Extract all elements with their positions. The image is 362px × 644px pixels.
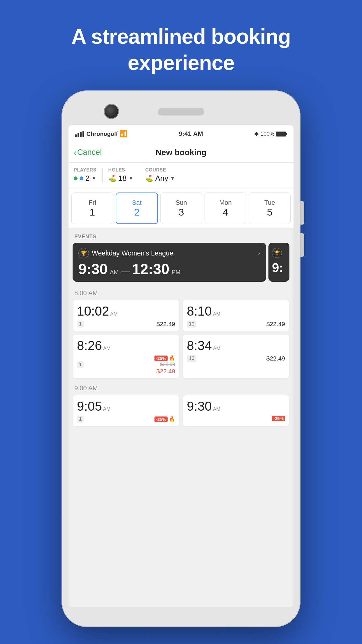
event-start-time: 9:30 (78, 262, 108, 276)
trophy-icon-2: 🏆 (272, 248, 282, 258)
holes-dropdown-icon: ▼ (129, 176, 133, 181)
date-num-3: 4 (223, 206, 228, 218)
date-day-4: Tue (264, 199, 275, 206)
course-dropdown-icon: ▼ (170, 176, 175, 181)
slot-time-810: 8:10 (187, 305, 212, 318)
date-tue[interactable]: Tue 5 (249, 192, 291, 224)
slot-time-905: 9:05 (77, 400, 102, 413)
bluetooth-icon: ✱ (254, 131, 259, 137)
time-group-1-label: 8:00 AM (68, 285, 294, 300)
date-num-4: 5 (267, 206, 273, 218)
chevron-right-icon: › (258, 249, 260, 257)
slot-num-1002: 1 (77, 321, 84, 328)
event-end-period: PM (172, 269, 180, 276)
signal-bars (75, 131, 84, 137)
time-group-2-label: 9:00 AM (68, 380, 294, 395)
course-value: Any (155, 174, 168, 183)
slot-834[interactable]: 8:34 AM 10 $22.49 (182, 334, 289, 379)
nav-bar: ‹ Cancel New booking (68, 142, 294, 163)
date-fri[interactable]: Fri 1 (71, 192, 113, 224)
holes-filter[interactable]: HOLES ⛳ 18 ▼ (108, 167, 139, 183)
date-num-1: 2 (134, 206, 140, 218)
fire-icon-826: 🔥 (169, 355, 175, 361)
partial-event-time: 9: (272, 260, 283, 275)
date-day-0: Fri (89, 199, 96, 206)
hero-text: A streamlined booking experience (0, 23, 362, 76)
side-button-2 (301, 233, 304, 257)
speaker (158, 108, 204, 116)
course-filter[interactable]: COURSE ⛳ Any ▼ (145, 167, 175, 183)
slots-grid-1: 10:02 AM 1 $22.49 8:10 AM 10 (68, 300, 294, 379)
date-sat[interactable]: Sat 2 (116, 192, 158, 224)
slot-826[interactable]: 8:26 AM 1 -25% 🔥 $29.99 $22.49 (73, 334, 180, 379)
slot-num-810: 10 (187, 321, 196, 328)
event-dash: — (121, 266, 130, 276)
slot-num-826: 1 (77, 361, 84, 368)
event-card-main[interactable]: 🏆 Weekday Women's League › 9:30 AM — 12:… (73, 243, 266, 282)
date-selector: Fri 1 Sat 2 Sun 3 Mon 4 Tue 5 (68, 188, 294, 228)
status-left: Chronogolf 📶 (75, 130, 127, 138)
slot-price-area-826: -25% 🔥 $29.99 $22.49 (154, 355, 175, 375)
event-name: Weekday Women's League (92, 249, 173, 257)
chevron-left-icon: ‹ (74, 148, 77, 157)
slot-num-905: 1 (77, 416, 84, 423)
slot-period-810: AM (213, 311, 221, 317)
hero-section: A streamlined booking experience (0, 0, 362, 90)
content-area[interactable]: EVENTS 🏆 Weekday Women's League › 9:30 A… (68, 228, 294, 607)
date-day-2: Sun (175, 199, 187, 206)
slot-num-834: 10 (187, 355, 196, 362)
carrier-name: Chronogolf (87, 131, 118, 137)
discount-badge-930: -25% (272, 416, 285, 421)
slots-grid-2: 9:05 AM 1 -25% 🔥 9:30 AM (68, 395, 294, 426)
events-section-label: EVENTS (68, 228, 294, 243)
filters-bar: PLAYERS 2 ▼ HOLES ⛳ 18 ▼ (68, 163, 294, 188)
date-mon[interactable]: Mon 4 (205, 192, 247, 224)
players-value: 2 (85, 174, 89, 183)
camera (104, 104, 119, 119)
cancel-label[interactable]: Cancel (77, 148, 102, 157)
slot-time-826: 8:26 (77, 339, 102, 352)
date-num-0: 1 (89, 206, 95, 218)
side-button-1 (301, 201, 304, 225)
status-right: ✱ 100% (254, 131, 287, 137)
fire-icon-905: 🔥 (169, 416, 175, 422)
original-price-826: $29.99 (160, 362, 175, 368)
event-times: 9:30 AM — 12:30 PM (78, 262, 260, 276)
slot-905[interactable]: 9:05 AM 1 -25% 🔥 (73, 395, 180, 426)
wifi-icon: 📶 (120, 130, 127, 138)
event-end-time: 12:30 (132, 262, 169, 276)
trophy-icon: 🏆 (78, 248, 89, 258)
battery-icon (276, 132, 287, 136)
battery-pct: 100% (260, 131, 275, 137)
players-label: PLAYERS (74, 167, 96, 173)
slot-time-930: 9:30 (187, 400, 212, 413)
date-sun[interactable]: Sun 3 (160, 192, 202, 224)
cancel-button[interactable]: ‹ Cancel (74, 148, 102, 157)
discount-badge-826: -25% (154, 356, 168, 361)
slot-time-1002: 10:02 (77, 305, 109, 318)
event-start-period: AM (110, 269, 119, 276)
event-card-partial[interactable]: 🏆 9: (268, 243, 289, 282)
holes-label: HOLES (108, 167, 133, 173)
date-day-3: Mon (219, 199, 232, 206)
players-filter[interactable]: PLAYERS 2 ▼ (74, 167, 102, 183)
slot-810[interactable]: 8:10 AM 10 $22.49 (182, 300, 289, 331)
players-dropdown-icon: ▼ (92, 176, 96, 181)
slot-930[interactable]: 9:30 AM -25% (182, 395, 289, 426)
sale-price-826: $22.49 (157, 368, 175, 375)
slot-period-1002: AM (110, 311, 118, 317)
player-dot-2 (80, 176, 83, 180)
slot-price-834: $22.49 (266, 355, 285, 362)
date-num-2: 3 (179, 206, 184, 218)
status-time: 9:41 AM (179, 130, 203, 138)
slot-period-930: AM (213, 406, 221, 412)
events-row: 🏆 Weekday Women's League › 9:30 AM — 12:… (68, 243, 294, 282)
slot-period-826: AM (103, 346, 111, 351)
slot-price-1002: $22.49 (157, 321, 175, 328)
holes-value: 18 (118, 174, 127, 183)
slot-1002[interactable]: 10:02 AM 1 $22.49 (73, 300, 180, 331)
slot-time-834: 8:34 (187, 339, 212, 352)
course-pin-icon: ⛳ (145, 175, 153, 182)
discount-badge-905: -25% (154, 416, 168, 422)
slot-price-810: $22.49 (266, 321, 285, 328)
